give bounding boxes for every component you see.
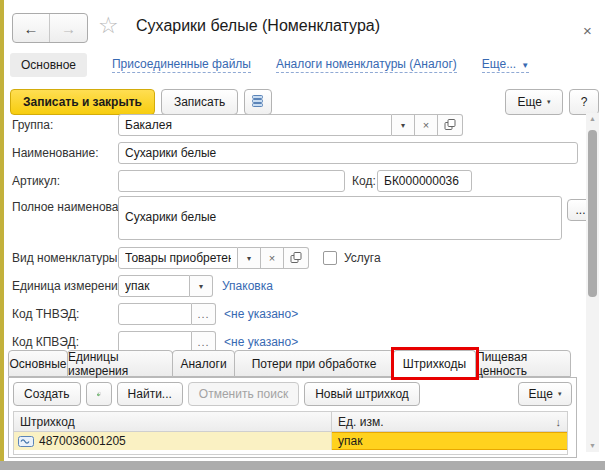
- link-analogs[interactable]: Аналоги номенклатуры (Аналог): [276, 57, 457, 73]
- close-icon[interactable]: ×: [583, 22, 592, 39]
- table-header-row: Штрихкод Ед. изм. ↓: [14, 412, 567, 432]
- nav-more-menu[interactable]: Еще...▼: [482, 57, 529, 73]
- tnved-field-group: ...: [118, 303, 216, 325]
- vertical-scrollbar[interactable]: ▲ ▼: [586, 113, 599, 452]
- scrollbar-thumb[interactable]: [588, 130, 597, 297]
- barcode-icon: [18, 436, 34, 447]
- window-frame-edge: [0, 0, 4, 461]
- tab-analogs[interactable]: Аналоги: [172, 350, 235, 377]
- save-and-close-button[interactable]: Записать и закрыть: [10, 89, 155, 115]
- report-structure-button[interactable]: [244, 89, 272, 115]
- tab-barcodes[interactable]: Штрихкоды: [393, 350, 476, 378]
- chevron-down-icon: ▾: [547, 98, 551, 106]
- sort-descending-icon: ↓: [556, 416, 562, 428]
- command-bar: Записать и закрыть Записать: [10, 89, 272, 115]
- column-header-unit-label: Ед. изм.: [338, 415, 383, 429]
- unit-field-group: ▾: [118, 275, 213, 297]
- open-icon: [290, 252, 302, 264]
- group-clear-button[interactable]: ×: [415, 114, 438, 136]
- group-open-button[interactable]: [438, 114, 463, 136]
- link-attached-files[interactable]: Присоединенные файлы: [112, 57, 251, 73]
- tab-nutrition[interactable]: Пищевая ценность: [475, 350, 571, 377]
- list-stack-icon: [251, 94, 265, 110]
- cancel-search-button: Отменить поиск: [188, 382, 299, 406]
- code-input[interactable]: [377, 170, 472, 192]
- forward-button[interactable]: →: [50, 14, 87, 42]
- nomenclature-card-window: ← → ☆ Сухарики белые (Номенклатура) × Ос…: [0, 0, 605, 470]
- full-name-textarea[interactable]: Сухарики белые: [118, 196, 562, 240]
- copy-new-icon: [97, 386, 101, 402]
- chevron-down-icon: ▾: [558, 390, 562, 398]
- tnved-not-set-link[interactable]: <не указано>: [224, 303, 298, 325]
- ellipsis-icon: ...: [575, 203, 585, 217]
- unit-label: Единица измерения:: [12, 275, 128, 297]
- column-header-barcode[interactable]: Штрихкод: [14, 412, 332, 432]
- kind-open-button[interactable]: [284, 247, 309, 269]
- barcodes-table: Штрихкод Ед. изм. ↓ 4870036001205 упак: [13, 411, 568, 455]
- find-button[interactable]: Найти...: [117, 382, 183, 406]
- tnved-input[interactable]: [118, 303, 192, 325]
- detail-tabs: Основные Единицы измерения Аналоги Потер…: [8, 350, 570, 378]
- page-title: Сухарики белые (Номенклатура): [136, 17, 380, 35]
- unit-cell[interactable]: упак: [332, 432, 567, 450]
- barcode-cell[interactable]: 4870036001205: [14, 432, 332, 450]
- kind-input[interactable]: [118, 247, 238, 269]
- scroll-down-icon[interactable]: ▼: [586, 440, 599, 452]
- column-header-unit[interactable]: Ед. изм. ↓: [332, 412, 567, 432]
- name-field-group: [118, 142, 578, 164]
- article-field-group: [118, 170, 345, 192]
- help-button[interactable]: ?: [569, 89, 599, 115]
- tnved-label: Код ТНВЭД:: [12, 303, 79, 325]
- packaging-link[interactable]: Упаковка: [222, 275, 273, 297]
- kind-field-group: ▾ ×: [118, 247, 309, 269]
- barcode-value: 4870036001205: [39, 434, 126, 448]
- barcodes-pane: Создать Найти... Отменить поиск Новый шт…: [8, 377, 577, 458]
- chevron-down-icon: ▾: [199, 282, 203, 291]
- ellipsis-icon: ...: [197, 310, 209, 318]
- new-barcode-button[interactable]: Новый штрихкод: [304, 382, 420, 406]
- kind-label: Вид номенклатуры:: [12, 247, 121, 269]
- tab-processing-losses[interactable]: Потери при обработке: [234, 350, 394, 377]
- favorite-star-icon[interactable]: ☆: [98, 12, 119, 39]
- unit-input[interactable]: [118, 275, 190, 297]
- group-label: Группа:: [12, 114, 53, 136]
- name-label: Наименование:: [12, 142, 99, 164]
- more-label: Еще: [518, 95, 542, 109]
- table-row[interactable]: 4870036001205 упак: [14, 432, 567, 450]
- open-icon: [444, 119, 456, 131]
- chevron-down-icon: ▼: [521, 61, 529, 70]
- ellipsis-icon: ...: [197, 338, 209, 346]
- article-input[interactable]: [118, 170, 345, 192]
- name-input[interactable]: [118, 142, 578, 164]
- tab-main-details[interactable]: Основные: [8, 350, 68, 377]
- article-label: Артикул:: [12, 170, 60, 192]
- unit-dropdown-button[interactable]: ▾: [190, 275, 213, 297]
- window-bottom-edge: [0, 461, 605, 470]
- service-label: Услуга: [344, 247, 381, 269]
- history-nav-group: ← →: [12, 13, 88, 43]
- clear-icon: ×: [269, 252, 275, 264]
- more-button-top[interactable]: Еще ▾: [505, 89, 563, 115]
- section-nav: Основное Присоединенные файлы Аналоги но…: [10, 52, 529, 78]
- service-checkbox[interactable]: [323, 251, 337, 265]
- chevron-down-icon: ▾: [401, 121, 405, 130]
- create-button[interactable]: Создать: [13, 382, 81, 406]
- tab-units[interactable]: Единицы измерения: [67, 350, 173, 377]
- group-field-group: ▾ ×: [118, 114, 463, 136]
- code-field-group: [377, 170, 472, 192]
- scroll-up-icon[interactable]: ▲: [586, 113, 599, 125]
- barcodes-toolbar: Создать Найти... Отменить поиск Новый шт…: [13, 382, 420, 406]
- kind-clear-button[interactable]: ×: [261, 247, 284, 269]
- kind-dropdown-button[interactable]: ▾: [238, 247, 261, 269]
- group-dropdown-button[interactable]: ▾: [392, 114, 415, 136]
- more-button-pane[interactable]: Еще ▾: [518, 382, 572, 406]
- save-button[interactable]: Записать: [161, 89, 238, 115]
- group-input[interactable]: [118, 114, 392, 136]
- nav-more-label: Еще...: [482, 57, 516, 71]
- tab-main[interactable]: Основное: [10, 53, 87, 77]
- code-label: Код:: [352, 170, 376, 192]
- tnved-ellipsis-button[interactable]: ...: [192, 303, 216, 325]
- copy-create-button[interactable]: [86, 382, 112, 406]
- back-button[interactable]: ←: [13, 14, 50, 42]
- clear-icon: ×: [423, 119, 429, 131]
